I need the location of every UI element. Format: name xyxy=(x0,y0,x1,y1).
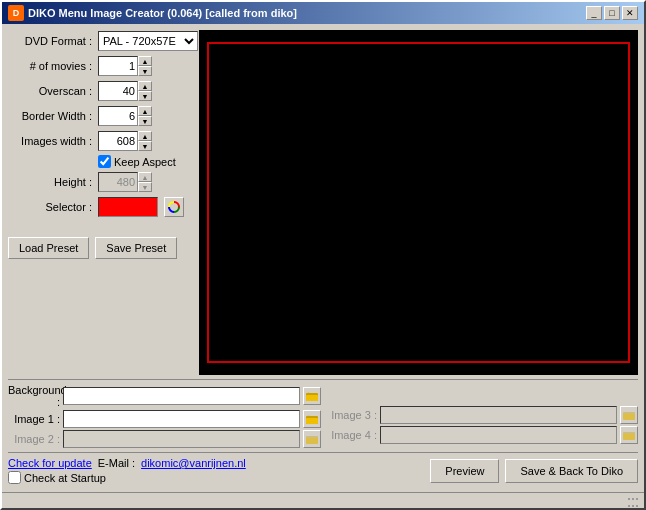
app-icon: D xyxy=(8,5,24,21)
svg-rect-4 xyxy=(306,418,318,424)
image4-label: Image 4 : xyxy=(325,429,377,441)
keep-aspect-checkbox[interactable] xyxy=(98,155,111,168)
color-wheel-icon xyxy=(168,201,180,213)
file-col-right: Image 3 : Image 4 : xyxy=(325,384,638,448)
save-preset-button[interactable]: Save Preset xyxy=(95,237,177,259)
border-width-down-btn[interactable]: ▼ xyxy=(138,116,152,126)
overscan-up-btn[interactable]: ▲ xyxy=(138,81,152,91)
movies-input[interactable] xyxy=(98,56,138,76)
image1-browse-btn[interactable] xyxy=(303,410,321,428)
preview-border xyxy=(207,42,630,363)
image3-browse-btn xyxy=(620,406,638,424)
background-input[interactable] xyxy=(63,387,300,405)
image2-input xyxy=(63,430,300,448)
image1-label: Image 1 : xyxy=(8,413,60,425)
svg-rect-8 xyxy=(623,414,635,420)
folder-icon xyxy=(306,414,318,424)
maximize-button[interactable]: □ xyxy=(604,6,620,20)
file-col-left: Background : Image 1 : xyxy=(8,384,321,448)
background-browse-btn[interactable] xyxy=(303,387,321,405)
email-label: E-Mail : xyxy=(98,457,135,469)
overscan-label: Overscan : xyxy=(8,85,98,97)
preset-buttons-row: Load Preset Save Preset xyxy=(8,229,193,259)
check-update-link[interactable]: Check for update xyxy=(8,457,92,469)
folder-icon xyxy=(306,434,318,444)
email-link[interactable]: dikomic@vanrijnen.nl xyxy=(141,457,246,469)
height-up-btn[interactable]: ▲ xyxy=(138,172,152,182)
svg-rect-10 xyxy=(623,434,635,440)
movies-label: # of movies : xyxy=(8,60,98,72)
selector-color-picker-btn[interactable] xyxy=(164,197,184,217)
main-window: D DIKO Menu Image Creator (0.064) [calle… xyxy=(0,0,646,510)
image3-row: Image 3 : xyxy=(325,406,638,424)
selector-row: Selector : xyxy=(8,196,193,218)
selector-label: Selector : xyxy=(8,201,98,213)
dvd-format-label: DVD Format : xyxy=(8,35,98,47)
check-startup-row: Check at Startup xyxy=(8,471,246,484)
check-startup-label: Check at Startup xyxy=(24,472,106,484)
height-input[interactable] xyxy=(98,172,138,192)
footer-buttons: Preview Save & Back To Diko xyxy=(430,459,638,483)
dvd-format-select[interactable]: PAL - 720x57ENTSC - 720x480 xyxy=(98,31,198,51)
title-bar: D DIKO Menu Image Creator (0.064) [calle… xyxy=(2,2,644,24)
border-width-row: Border Width : ▲ ▼ xyxy=(8,105,193,127)
window-title: DIKO Menu Image Creator (0.064) [called … xyxy=(28,7,297,19)
image1-input[interactable] xyxy=(63,410,300,428)
svg-rect-2 xyxy=(306,395,318,401)
footer-links: Check for update E-Mail : dikomic@vanrij… xyxy=(8,457,246,469)
keep-aspect-label: Keep Aspect xyxy=(114,156,176,168)
height-label: Height : xyxy=(8,176,98,188)
check-startup-checkbox[interactable] xyxy=(8,471,21,484)
selector-color-swatch[interactable] xyxy=(98,197,158,217)
folder-icon xyxy=(623,430,635,440)
height-down-btn[interactable]: ▼ xyxy=(138,182,152,192)
top-section: DVD Format : PAL - 720x57ENTSC - 720x480… xyxy=(8,30,638,375)
controls-panel: DVD Format : PAL - 720x57ENTSC - 720x480… xyxy=(8,30,193,375)
border-width-input[interactable] xyxy=(98,106,138,126)
image2-browse-btn xyxy=(303,430,321,448)
image4-browse-btn xyxy=(620,426,638,444)
border-width-up-btn[interactable]: ▲ xyxy=(138,106,152,116)
image2-label: Image 2 : xyxy=(8,433,60,445)
movies-row: # of movies : ▲ ▼ xyxy=(8,55,193,77)
bottom-section: Background : Image 1 : xyxy=(8,379,638,448)
movies-down-btn[interactable]: ▼ xyxy=(138,66,152,76)
images-width-down-btn[interactable]: ▼ xyxy=(138,141,152,151)
keep-aspect-row: Keep Aspect xyxy=(98,155,193,168)
height-row: Height : ▲ ▼ xyxy=(8,171,193,193)
footer: Check for update E-Mail : dikomic@vanrij… xyxy=(8,452,638,486)
main-content: DVD Format : PAL - 720x57ENTSC - 720x480… xyxy=(2,24,644,492)
close-button[interactable]: ✕ xyxy=(622,6,638,20)
save-back-button[interactable]: Save & Back To Diko xyxy=(505,459,638,483)
status-bar xyxy=(2,492,644,508)
load-preset-button[interactable]: Load Preset xyxy=(8,237,89,259)
image3-input xyxy=(380,406,617,424)
images-width-up-btn[interactable]: ▲ xyxy=(138,131,152,141)
overscan-row: Overscan : ▲ ▼ xyxy=(8,80,193,102)
minimize-button[interactable]: _ xyxy=(586,6,602,20)
background-row: Background : xyxy=(8,384,321,408)
overscan-down-btn[interactable]: ▼ xyxy=(138,91,152,101)
overscan-input[interactable] xyxy=(98,81,138,101)
file-inputs-section: Background : Image 1 : xyxy=(8,384,638,448)
svg-rect-6 xyxy=(306,438,318,444)
resize-grip[interactable] xyxy=(628,495,640,507)
images-width-row: Images width : ▲ ▼ xyxy=(8,130,193,152)
images-width-input[interactable] xyxy=(98,131,138,151)
preview-button[interactable]: Preview xyxy=(430,459,499,483)
image3-spacer xyxy=(325,384,638,404)
folder-icon xyxy=(623,410,635,420)
image1-row: Image 1 : xyxy=(8,410,321,428)
movies-up-btn[interactable]: ▲ xyxy=(138,56,152,66)
preview-panel xyxy=(199,30,638,375)
folder-icon xyxy=(306,391,318,401)
image4-row: Image 4 : xyxy=(325,426,638,444)
border-width-label: Border Width : xyxy=(8,110,98,122)
images-width-label: Images width : xyxy=(8,135,98,147)
background-label: Background : xyxy=(8,384,60,408)
image4-input xyxy=(380,426,617,444)
image2-row: Image 2 : xyxy=(8,430,321,448)
image3-label: Image 3 : xyxy=(325,409,377,421)
dvd-format-row: DVD Format : PAL - 720x57ENTSC - 720x480 xyxy=(8,30,193,52)
